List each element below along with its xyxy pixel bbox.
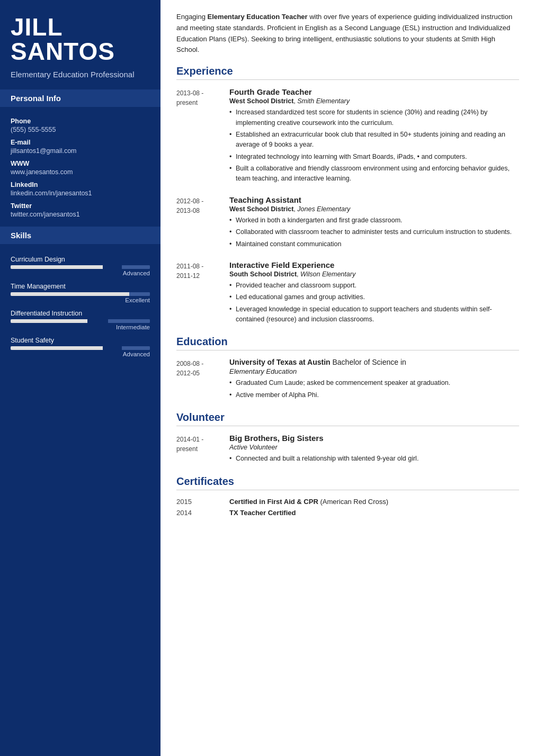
email-field: E-mail jillsantos1@gmail.com (11, 139, 150, 155)
twitter-field: Twitter twitter.com/janesantos1 (11, 202, 150, 218)
exp-title-ta: Teaching Assistant (229, 195, 519, 204)
exp-bullets-ta: Worked in both a kindergarten and first … (229, 215, 519, 249)
edu-bullets: Graduated Cum Laude; asked be commenceme… (229, 378, 519, 400)
sidebar: JILL SANTOS Elementary Education Profess… (0, 0, 160, 756)
sidebar-header: JILL SANTOS Elementary Education Profess… (0, 0, 160, 89)
exp-date-ta: 2012-08 - 2013-08 (176, 195, 229, 251)
main-content: Engaging Elementary Education Teacher wi… (160, 0, 535, 756)
skill-diff-instruction: Differentiated Instruction Intermediate (11, 310, 150, 330)
skill-time-management: Time Management Excellent (11, 283, 150, 303)
cert-tx-teacher: 2014 TX Teacher Certified (176, 509, 519, 517)
phone-field: Phone (555) 555-5555 (11, 118, 150, 133)
cert-first-aid: 2015 Certified in First Aid & CPR (Ameri… (176, 498, 519, 506)
edu-title: University of Texas at Austin Bachelor o… (229, 358, 519, 366)
education-title: Education (176, 336, 519, 350)
www-field: WWW www.janesantos.com (11, 160, 150, 176)
exp-date-field: 2011-08 - 2011-12 (176, 260, 229, 327)
volunteer-role: Active Volunteer (229, 444, 519, 451)
exp-bullets-field: Provided teacher and classroom support. … (229, 281, 519, 325)
exp-fourth-grade: 2013-08 - present Fourth Grade Teacher W… (176, 87, 519, 186)
volunteer-bullets: Connected and built a relationship with … (229, 454, 519, 464)
skill-bar-time (11, 292, 150, 296)
education-section: Education 2008-08 - 2012-05 University o… (176, 336, 519, 402)
volunteer-org: Big Brothers, Big Sisters (229, 434, 519, 443)
personal-info-content: Phone (555) 555-5555 E-mail jillsantos1@… (0, 107, 160, 227)
skill-student-safety: Student Safety Advanced (11, 337, 150, 357)
edu-date: 2008-08 - 2012-05 (176, 358, 229, 402)
experience-title: Experience (176, 65, 519, 80)
certificates-title: Certificates (176, 475, 519, 490)
volunteer-section: Volunteer 2014-01 - present Big Brothers… (176, 411, 519, 465)
skills-header: Skills (0, 227, 160, 244)
linkedin-field: LinkedIn linkedin.com/in/janesantos1 (11, 181, 150, 197)
skill-bar-diff (11, 319, 150, 323)
exp-bullets-fourth: Increased standardized test score for st… (229, 107, 519, 184)
exp-title-fourth: Fourth Grade Teacher (229, 87, 519, 96)
candidate-name: JILL SANTOS (11, 15, 150, 64)
skill-curriculum-design: Curriculum Design Advanced (11, 256, 150, 276)
exp-org-fourth: West School District, Smith Elementary (229, 97, 519, 105)
skill-bar-safety (11, 346, 150, 350)
edu-field: Elementary Education (229, 367, 519, 375)
exp-field-experience: 2011-08 - 2011-12 Interactive Field Expe… (176, 260, 519, 327)
skills-content: Curriculum Design Advanced Time Manageme… (0, 244, 160, 366)
experience-section: Experience 2013-08 - present Fourth Grad… (176, 65, 519, 326)
volunteer-date: 2014-01 - present (176, 434, 229, 465)
volunteer-big-brothers: 2014-01 - present Big Brothers, Big Sist… (176, 434, 519, 465)
exp-date-fourth: 2013-08 - present (176, 87, 229, 186)
personal-info-header: Personal Info (0, 89, 160, 107)
volunteer-title: Volunteer (176, 411, 519, 426)
summary-text: Engaging Elementary Education Teacher wi… (176, 12, 519, 56)
skill-bar-curriculum (11, 265, 150, 269)
exp-org-field: South School District, Wilson Elementary (229, 271, 519, 278)
exp-teaching-assistant: 2012-08 - 2013-08 Teaching Assistant Wes… (176, 195, 519, 251)
candidate-title: Elementary Education Professional (11, 69, 150, 80)
certificates-section: Certificates 2015 Certified in First Aid… (176, 475, 519, 517)
exp-title-field: Interactive Field Experience (229, 260, 519, 269)
edu-ut-austin: 2008-08 - 2012-05 University of Texas at… (176, 358, 519, 402)
exp-org-ta: West School District, Jones Elementary (229, 205, 519, 213)
